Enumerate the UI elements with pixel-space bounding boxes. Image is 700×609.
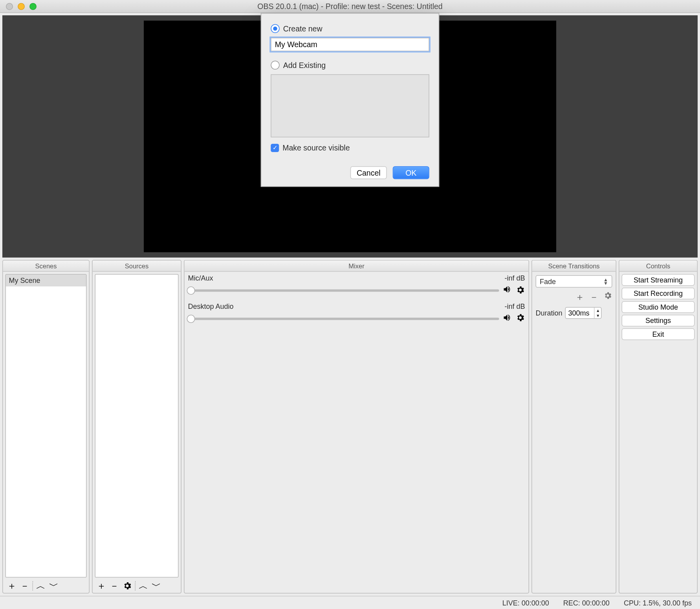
source-properties-button[interactable]	[121, 580, 134, 592]
scene-add-button[interactable]: ＋	[5, 580, 18, 592]
create-new-radio[interactable]	[271, 24, 280, 33]
studio-mode-button[interactable]: Studio Mode	[622, 301, 695, 313]
speaker-icon[interactable]	[503, 285, 512, 297]
sources-list[interactable]	[95, 274, 179, 578]
transitions-panel: Scene Transitions Fade ▲▼ ＋ － Duration ▲	[531, 260, 616, 594]
gear-icon[interactable]	[516, 313, 525, 325]
settings-button[interactable]: Settings	[622, 315, 695, 327]
maximize-window-button[interactable]	[29, 3, 37, 10]
scene-move-down-button[interactable]: ﹀	[47, 580, 60, 592]
gear-icon	[123, 581, 132, 591]
separator	[135, 581, 136, 591]
duration-spinner[interactable]: ▲ ▼	[565, 307, 602, 319]
status-cpu: CPU: 1.5%, 30.00 fps	[624, 598, 692, 607]
mixer-volume-slider[interactable]	[188, 317, 499, 320]
scene-remove-button[interactable]: －	[18, 580, 31, 592]
create-new-label: Create new	[283, 24, 323, 33]
controls-panel: Controls Start Streaming Start Recording…	[619, 260, 698, 594]
source-remove-button[interactable]: －	[108, 580, 121, 592]
separator	[33, 581, 33, 591]
scene-move-up-button[interactable]: ︿	[34, 580, 47, 592]
scene-item[interactable]: My Scene	[6, 275, 86, 286]
ok-button[interactable]: OK	[393, 166, 429, 179]
transition-add-button[interactable]: ＋	[575, 291, 585, 304]
status-live: LIVE: 00:00:00	[502, 598, 549, 607]
scenes-header: Scenes	[3, 260, 89, 272]
transition-selected: Fade	[540, 277, 556, 286]
mixer-channel-desktop: Desktop Audio -inf dB	[188, 303, 525, 325]
mixer-header: Mixer	[185, 260, 529, 272]
create-source-dialog: Create new Add Existing ✓ Make source vi…	[261, 13, 440, 187]
source-add-button[interactable]: ＋	[95, 580, 108, 592]
duration-label: Duration	[536, 309, 563, 317]
window-title: OBS 20.0.1 (mac) - Profile: new test - S…	[0, 2, 700, 11]
make-visible-checkbox[interactable]: ✓	[271, 143, 279, 152]
controls-header: Controls	[619, 260, 697, 272]
sources-header: Sources	[93, 260, 181, 272]
mixer-panel: Mixer Mic/Aux -inf dB	[184, 260, 529, 594]
exit-button[interactable]: Exit	[622, 328, 695, 340]
spinner-up-icon[interactable]: ▲	[595, 308, 601, 313]
mixer-name: Desktop Audio	[188, 303, 234, 311]
scenes-panel: Scenes My Scene ＋ － ︿ ﹀	[2, 260, 90, 594]
status-rec: REC: 00:00:00	[563, 598, 610, 607]
mixer-level: -inf dB	[504, 303, 525, 311]
gear-icon	[603, 291, 612, 300]
start-streaming-button[interactable]: Start Streaming	[622, 274, 695, 286]
transition-select[interactable]: Fade ▲▼	[536, 275, 612, 288]
titlebar: OBS 20.0.1 (mac) - Profile: new test - S…	[0, 0, 700, 13]
transitions-header: Scene Transitions	[532, 260, 616, 272]
mixer-name: Mic/Aux	[188, 274, 213, 282]
scenes-list[interactable]: My Scene	[5, 274, 87, 578]
close-window-button	[6, 3, 13, 10]
source-name-input[interactable]	[271, 38, 429, 51]
cancel-button[interactable]: Cancel	[350, 166, 387, 179]
minimize-window-button[interactable]	[18, 3, 25, 10]
make-visible-label: Make source visible	[282, 143, 350, 152]
existing-sources-list	[271, 74, 429, 138]
transition-settings-button[interactable]	[603, 291, 612, 304]
transition-remove-button[interactable]: －	[589, 291, 599, 304]
select-arrows-icon: ▲▼	[603, 278, 608, 285]
mixer-level: -inf dB	[504, 274, 525, 282]
panels-dock: Scenes My Scene ＋ － ︿ ﹀ Sources ＋ － ︿ ﹀ …	[0, 258, 700, 596]
gear-icon[interactable]	[516, 285, 525, 296]
add-existing-label: Add Existing	[283, 61, 326, 70]
mixer-volume-slider[interactable]	[188, 290, 499, 292]
spinner-down-icon[interactable]: ▼	[595, 313, 601, 319]
status-bar: LIVE: 00:00:00 REC: 00:00:00 CPU: 1.5%, …	[0, 596, 700, 609]
duration-input[interactable]	[566, 309, 594, 317]
speaker-icon[interactable]	[503, 313, 512, 325]
source-move-down-button[interactable]: ﹀	[150, 580, 163, 592]
start-recording-button[interactable]: Start Recording	[622, 288, 695, 299]
source-move-up-button[interactable]: ︿	[137, 580, 150, 592]
add-existing-radio[interactable]	[271, 61, 280, 70]
sources-panel: Sources ＋ － ︿ ﹀	[92, 260, 181, 594]
mixer-channel-mic: Mic/Aux -inf dB	[188, 274, 525, 297]
